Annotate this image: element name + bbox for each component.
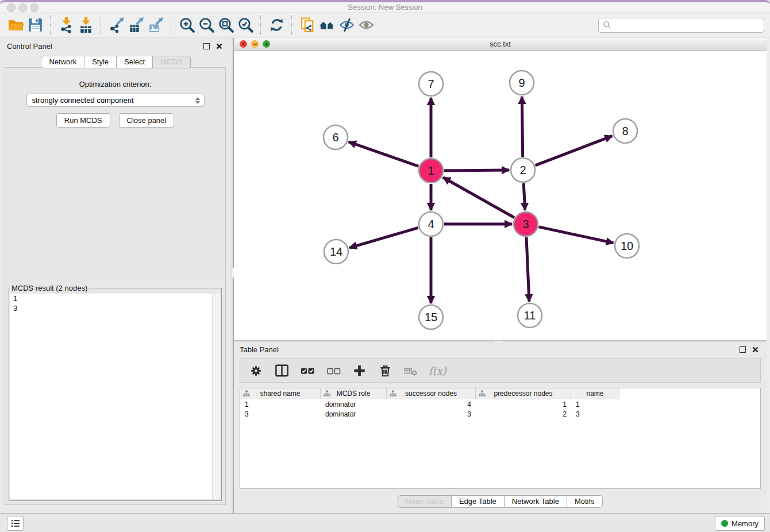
node-10[interactable]: 10 <box>615 234 639 258</box>
tab-network[interactable]: Network <box>41 56 84 68</box>
first-neighbors-button[interactable] <box>317 16 337 35</box>
select-all-button[interactable] <box>299 363 315 379</box>
float-panel-icon[interactable] <box>203 43 210 49</box>
zoom-selected-button[interactable] <box>236 16 255 35</box>
tab-network-table[interactable]: Network Table <box>505 495 567 508</box>
edge-2-8[interactable] <box>536 136 613 165</box>
edge-2-9[interactable] <box>522 97 522 157</box>
table-cell[interactable]: 1 <box>571 400 619 408</box>
hide-selected-button[interactable] <box>337 16 356 35</box>
network-canvas[interactable]: 7968124314101511 <box>234 51 767 340</box>
task-history-button[interactable] <box>7 516 24 531</box>
node-11[interactable]: 11 <box>518 303 542 327</box>
import-table-button[interactable] <box>76 16 95 35</box>
criterion-select[interactable]: strongly connected component <box>26 94 205 107</box>
table-cell[interactable]: 3 <box>387 410 476 418</box>
column-header-name[interactable]: name <box>571 388 619 399</box>
edge-2-3[interactable] <box>523 183 525 210</box>
table-row[interactable]: 3dominator323 <box>240 409 760 419</box>
close-panel-button[interactable]: Close panel <box>119 113 175 128</box>
node-3[interactable]: 3 <box>514 212 538 236</box>
export-image-button[interactable] <box>146 16 165 35</box>
table-cell[interactable]: 3 <box>240 410 321 418</box>
select-all-icon <box>300 363 315 379</box>
node-table-header: shared nameMCDS rolesuccessor nodesprede… <box>240 388 760 399</box>
result-line[interactable]: 3 <box>10 303 220 313</box>
import-network-button[interactable] <box>56 16 76 35</box>
edge-3-1[interactable] <box>443 178 514 218</box>
network-close-icon[interactable] <box>240 40 247 48</box>
tab-mcds[interactable]: MCDS <box>153 56 190 68</box>
network-window-titlebar[interactable]: scc.txt <box>234 38 767 51</box>
open-session-button[interactable] <box>6 16 25 35</box>
close-panel-icon[interactable] <box>752 346 759 353</box>
table-cell[interactable]: dominator <box>321 400 387 408</box>
node-15[interactable]: 15 <box>419 305 443 329</box>
mcds-result-title: MCDS result (2 nodes) <box>10 284 88 292</box>
node-8[interactable]: 8 <box>613 119 637 143</box>
memory-button[interactable]: Memory <box>715 516 765 531</box>
table-cell[interactable]: 1 <box>476 400 571 408</box>
clone-network-button[interactable] <box>298 16 317 35</box>
node-label: 9 <box>518 76 525 89</box>
table-cell[interactable]: 1 <box>240 400 321 408</box>
tab-style[interactable]: Style <box>84 56 117 68</box>
network-zoom-icon[interactable] <box>263 40 270 48</box>
edge-3-10[interactable] <box>539 227 614 243</box>
split-columns-icon <box>274 363 290 379</box>
window-close-icon[interactable] <box>7 3 16 12</box>
table-row[interactable]: 1dominator411 <box>240 399 760 409</box>
node-6[interactable]: 6 <box>324 125 348 149</box>
node-7[interactable]: 7 <box>419 72 443 96</box>
close-panel-icon[interactable] <box>216 43 222 49</box>
edge-1-6[interactable] <box>349 142 419 167</box>
edge-1-2[interactable] <box>444 170 509 171</box>
node-9[interactable]: 9 <box>510 71 534 95</box>
result-line[interactable]: 1 <box>10 294 220 303</box>
delete-column-button[interactable] <box>377 363 393 379</box>
node-label: 6 <box>332 131 338 144</box>
zoom-out-button[interactable] <box>197 16 216 35</box>
table-cell[interactable]: dominator <box>321 410 387 418</box>
node-2[interactable]: 2 <box>511 158 535 182</box>
network-minimize-icon[interactable] <box>251 40 259 48</box>
table-cell[interactable]: 3 <box>571 410 619 418</box>
column-header-shared-name[interactable]: shared name <box>240 388 321 399</box>
gear-button[interactable] <box>248 363 264 379</box>
tab-motifs[interactable]: Motifs <box>567 495 603 508</box>
export-network-button[interactable] <box>107 16 126 35</box>
window-zoom-icon[interactable] <box>30 3 38 12</box>
save-session-button[interactable] <box>25 16 45 35</box>
split-columns-button[interactable] <box>274 363 290 379</box>
table-cell[interactable]: 2 <box>476 410 571 418</box>
tab-edge-table[interactable]: Edge Table <box>452 495 505 508</box>
refresh-view-button[interactable] <box>267 16 286 35</box>
edge-4-14[interactable] <box>349 228 418 248</box>
run-mcds-button[interactable]: Run MCDS <box>56 113 110 128</box>
add-column-button[interactable] <box>351 363 367 379</box>
zoom-fit-button[interactable] <box>216 16 236 35</box>
show-all-button[interactable] <box>356 16 376 35</box>
edge-3-11[interactable] <box>526 237 529 302</box>
column-header-successor-nodes[interactable]: successor nodes <box>387 388 476 399</box>
float-panel-icon[interactable] <box>740 346 746 353</box>
column-header-predecessor-nodes[interactable]: predecessor nodes <box>476 388 571 399</box>
node-14[interactable]: 14 <box>324 240 348 264</box>
tab-select[interactable]: Select <box>117 56 153 68</box>
table-cell[interactable]: 4 <box>387 400 476 408</box>
zoom-in-button[interactable] <box>177 16 197 35</box>
hide-selected-icon <box>338 17 355 33</box>
node-table-body: 1dominator4113dominator323 <box>240 399 760 419</box>
result-scrollbar[interactable] <box>212 294 220 499</box>
export-table-button[interactable] <box>126 16 146 35</box>
node-4[interactable]: 4 <box>419 212 443 236</box>
search-box[interactable] <box>598 18 764 33</box>
node-label: 14 <box>330 245 342 258</box>
node-1[interactable]: 1 <box>419 159 443 183</box>
deselect-all-button[interactable] <box>325 363 341 379</box>
window-minimize-icon[interactable] <box>18 3 27 12</box>
mcds-result-list[interactable]: 13 <box>10 294 220 499</box>
tab-node-table[interactable]: Node Table <box>398 495 452 508</box>
column-header-MCDS-role[interactable]: MCDS role <box>321 388 387 399</box>
search-input[interactable] <box>614 20 760 30</box>
